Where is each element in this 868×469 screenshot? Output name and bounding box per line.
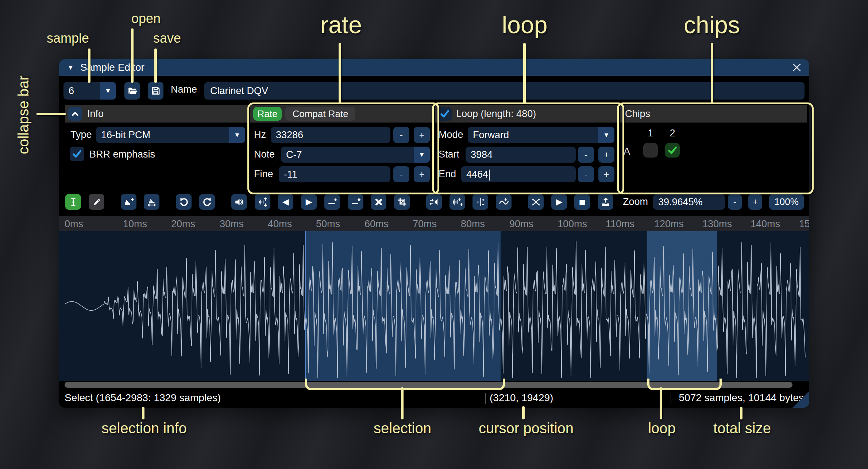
ruler-label: 90ms: [509, 218, 533, 230]
stop-button[interactable]: ■: [574, 194, 590, 210]
stretch-button[interactable]: [144, 194, 159, 210]
delete-button[interactable]: [371, 194, 386, 210]
redo-button[interactable]: [199, 194, 215, 210]
volume-button[interactable]: [231, 194, 247, 210]
zoom-reset-button[interactable]: 100%: [769, 194, 804, 210]
annotation-line-selection: [401, 387, 404, 419]
play-button[interactable]: ▶: [551, 194, 567, 210]
waveform-stretch-icon: [147, 197, 157, 207]
sample-number-select[interactable]: 6 ▼: [63, 82, 116, 100]
pencil-icon: [92, 197, 102, 207]
ruler-label: 50ms: [316, 218, 340, 230]
zoom-value: 39.9645%: [658, 197, 703, 208]
annotation-line-sample: [88, 49, 90, 83]
waveform-adjust-icon: [452, 197, 463, 207]
annotation-line-total-size: [740, 407, 742, 419]
silence-button[interactable]: [348, 194, 363, 210]
zoom-input[interactable]: 39.9645%: [653, 194, 725, 210]
brr-emphasis-checkbox[interactable]: [70, 147, 84, 161]
close-button[interactable]: [792, 63, 801, 72]
annotation-outline-chips: [617, 102, 814, 194]
reverse-button[interactable]: [426, 194, 442, 210]
status-total-size: 5072 samples, 10144 bytes: [676, 390, 804, 406]
ruler-label: 0ms: [65, 218, 83, 230]
ruler-label: 100ms: [558, 218, 587, 230]
annotation-line-save: [154, 49, 157, 83]
fade-in-button[interactable]: ◀: [278, 194, 293, 210]
annotation-chips: chips: [684, 11, 740, 39]
annotation-line-collapse-bar: [36, 113, 66, 115]
annotation-save: save: [153, 31, 181, 46]
annotation-outline-loop: [432, 102, 624, 194]
annotation-cursor-position: cursor position: [479, 420, 574, 437]
status-selection-info: Select (1654-2983: 1329 samples): [65, 390, 221, 406]
zoom-in-button[interactable]: +: [748, 194, 762, 210]
play-icon: ▶: [556, 198, 563, 206]
amplify-button[interactable]: [450, 194, 465, 210]
chevron-up-icon: [70, 109, 80, 119]
save-button[interactable]: [148, 82, 163, 100]
annotation-open: open: [131, 11, 161, 26]
status-divider: [485, 393, 486, 404]
annotation-selection-info: selection info: [101, 420, 186, 437]
split-button[interactable]: [472, 194, 488, 210]
triangle-right-icon: ▶: [306, 198, 312, 206]
crossfade-button[interactable]: [528, 194, 544, 210]
line-asterisk-icon: [351, 197, 361, 207]
annotation-loop: loop: [502, 11, 548, 39]
window-collapse-icon[interactable]: ▼: [67, 63, 74, 71]
line-plus-icon: [327, 197, 337, 207]
insert-silence-button[interactable]: [324, 194, 340, 210]
trim-button[interactable]: [394, 194, 410, 210]
annotation-selection: selection: [374, 420, 431, 437]
annotation-line-rate: [339, 43, 341, 104]
undo-icon: [179, 197, 189, 207]
type-label: Type: [70, 129, 92, 140]
time-ruler: 0ms 10ms 20ms 30ms 40ms 50ms 60ms 70ms 8…: [59, 216, 809, 231]
annotation-bracket-selection: [305, 379, 505, 390]
chevron-down-icon[interactable]: ▼: [100, 82, 116, 100]
normalize-button[interactable]: [255, 194, 270, 210]
draw-tool-button[interactable]: [89, 194, 104, 210]
title-bar[interactable]: ▼ Sample Editor: [59, 59, 809, 76]
chevron-down-icon[interactable]: ▼: [229, 127, 245, 143]
desktop-background: ▼ Sample Editor 6 ▼ Name Clari: [0, 0, 868, 469]
ruler-label: 20ms: [171, 218, 195, 230]
annotation-line-chips: [711, 43, 713, 104]
annotation-line-open: [131, 28, 134, 83]
resample-button[interactable]: [121, 194, 136, 210]
ruler-label: 80ms: [461, 218, 485, 230]
resize-grip[interactable]: [792, 391, 809, 408]
annotation-rate: rate: [320, 11, 362, 39]
type-select[interactable]: 16-bit PCM ▼: [96, 127, 245, 143]
speaker-icon: [234, 197, 244, 207]
ibeam-icon: [68, 197, 78, 207]
stop-icon: ■: [579, 197, 585, 208]
crop-icon: [397, 197, 407, 207]
ruler-label: 10ms: [123, 218, 147, 230]
undo-button[interactable]: [176, 194, 192, 210]
ruler-label: 150ms: [799, 218, 809, 230]
collapse-panel-button[interactable]: [68, 107, 82, 121]
export-button[interactable]: [598, 194, 613, 210]
open-button[interactable]: [124, 82, 140, 100]
upload-icon: [601, 197, 611, 207]
plus-minus-icon: [475, 197, 486, 207]
redo-icon: [202, 197, 212, 207]
type-value: 16-bit PCM: [101, 129, 150, 141]
name-input[interactable]: Clarinet DQV: [204, 82, 805, 100]
annotation-line-loop-bottom: [660, 387, 662, 419]
select-tool-button[interactable]: [65, 194, 81, 210]
zoom-out-button[interactable]: -: [728, 194, 742, 210]
triangle-left-icon: ◀: [282, 198, 289, 206]
filter-button[interactable]: [496, 194, 512, 210]
ruler-label: 60ms: [364, 218, 389, 230]
ruler-label: 30ms: [220, 218, 244, 230]
save-icon: [151, 86, 161, 96]
annotation-line-loop: [523, 43, 526, 104]
ruler-label: 70ms: [413, 218, 437, 230]
waveform-svg: [59, 231, 809, 381]
waveform-display[interactable]: [59, 231, 809, 381]
fade-out-button[interactable]: ▶: [301, 194, 317, 210]
name-value: Clarinet DQV: [210, 85, 268, 97]
